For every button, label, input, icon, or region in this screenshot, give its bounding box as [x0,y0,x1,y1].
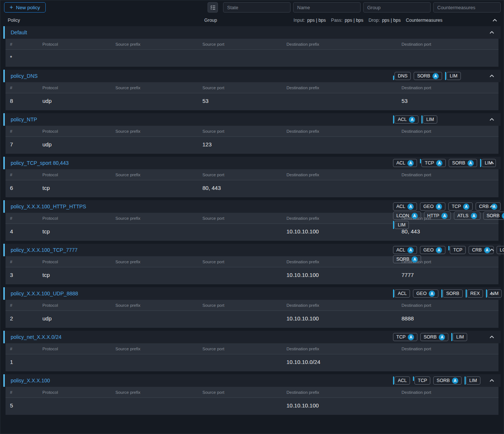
policy-name[interactable]: polisy_X.X.X.100 [11,378,50,383]
countermeasure-badge[interactable]: ATLSA [454,212,480,220]
rule-row[interactable]: 6tcp80, 443 [6,180,498,195]
rule-cell-dest_port: 53 [402,98,494,104]
policy-header[interactable]: policy_NTPACLALIM [3,113,501,126]
collapse-section-chevron-icon[interactable] [489,378,495,383]
policy-name[interactable]: policy_X.X.X.100_TCP_7777 [11,247,77,253]
badge-label: REX [470,291,480,296]
countermeasure-badge[interactable]: LIM [445,72,461,80]
policy-name[interactable]: policy_DNS [11,73,38,79]
collapse-section-chevron-icon[interactable] [489,247,495,253]
countermeasure-badge[interactable]: SORBA [393,255,421,263]
pass-units: pps | bps [345,18,364,23]
policy-name[interactable]: policy_X.X.X.100_UDP_8888 [11,291,78,296]
rule-row[interactable]: 3tcp10.10.10.1007777 [6,267,498,282]
countermeasure-badge[interactable]: LIM [465,376,480,385]
rule-row[interactable]: * [6,50,498,65]
countermeasure-badge[interactable]: TCPA [448,202,473,211]
policy-header[interactable]: policy_net_X.X.X.0/24TCPASORBALIM [3,331,501,343]
collapse-section-chevron-icon[interactable] [489,117,495,122]
countermeasure-badge[interactable]: TCP [413,376,430,385]
rule-cell-protocol: tcp [42,185,115,191]
collapse-section-chevron-icon[interactable] [489,334,495,340]
policy-header[interactable]: policy_TCP_sport 80,443ACLATCPASORBALIM [3,157,501,169]
countermeasure-badge[interactable]: SORBA [449,159,477,167]
policy-header[interactable]: policy_X.X.X.100_UDP_8888ACLGEOASORBREXL… [3,287,501,300]
rule-cell-protocol: udp [42,315,115,322]
badge-label: CRB [472,247,482,253]
rule-cell-num: * [10,54,42,60]
new-policy-button[interactable]: + New policy [4,2,46,13]
badge-state-bar [465,376,466,385]
active-accent-bar [3,113,5,126]
collapse-all-chevron-icon[interactable] [492,17,498,23]
policy-name[interactable]: policy_NTP [11,117,37,122]
countermeasure-badge[interactable]: LCONA [497,246,504,254]
countermeasure-badge[interactable]: LIM [393,221,409,229]
active-accent-bar [3,331,5,343]
rule-cell-dest_prefix: 10.10.10.100 [286,228,402,235]
group-filter-input[interactable] [363,2,431,13]
countermeasure-badge[interactable]: REX [466,289,483,298]
countermeasure-badge[interactable]: HTTPA [424,212,451,220]
auto-mode-icon: A [436,247,442,253]
countermeasure-badge[interactable]: GEOA [413,289,438,298]
countermeasure-badge[interactable]: SORBA [420,333,448,341]
policy-name[interactable]: policy_net_X.X.X.0/24 [11,334,62,340]
collapse-section-chevron-icon[interactable] [489,160,495,166]
state-filter-input[interactable] [223,2,291,13]
countermeasure-badge[interactable]: ACLA [393,246,417,254]
rule-row[interactable]: 8udp5353 [6,93,498,108]
rule-row[interactable]: 7udp123 [6,137,498,152]
collapse-section-chevron-icon[interactable] [489,291,495,296]
countermeasure-badge[interactable]: CRBA [476,202,500,211]
countermeasures-filter-input[interactable] [433,2,501,13]
countermeasure-badge[interactable]: TCPA [420,159,446,167]
column-header: Source port [202,173,286,177]
countermeasure-badge[interactable]: DNS [393,72,411,80]
countermeasure-badge[interactable]: GEOA [420,246,445,254]
policy-name[interactable]: Default [11,29,27,35]
collapse-section-chevron-icon[interactable] [489,29,495,35]
countermeasure-badge[interactable]: LCONA [393,212,421,220]
countermeasure-badge[interactable]: TCPA [393,333,417,341]
policy-header[interactable]: policy_DNSDNSSORBALIM [3,70,501,82]
active-accent-bar [3,287,5,300]
collapse-section-chevron-icon[interactable] [489,73,495,79]
countermeasure-badge[interactable]: SORB [441,289,462,298]
policy-header[interactable]: policy_X.X.X.100_TCP_7777ACLAGEOATCPCRBA… [3,244,501,256]
policy-header[interactable]: polisy_X.X.X.100ACLTCPSORBALIM [3,374,501,387]
countermeasure-badge[interactable]: GEOA [420,202,445,211]
countermeasure-badge[interactable]: SORBA [433,376,461,385]
policy-rules-table: #ProtocolSource prefixSource portDestina… [6,169,498,197]
rule-row[interactable]: 110.10.10.0/24 [6,354,498,369]
countermeasure-badge[interactable]: ACLA [393,159,417,167]
column-header: Source prefix [115,390,202,395]
rule-cell-dest_port: 80, 443 [402,228,494,235]
filter-list-button[interactable] [208,2,218,13]
policy-header[interactable]: policy_X.X.X.100_HTTP_HTTPSACLAGEOATCPAC… [3,200,501,213]
rule-row[interactable]: 510.10.10.100 [6,398,498,413]
column-header: Destination prefix [286,303,402,308]
countermeasure-badge[interactable]: LIM [421,115,437,124]
policy-name[interactable]: policy_X.X.X.100_HTTP_HTTPS [11,204,86,209]
input-units: pps | bps [307,18,326,23]
policy-header[interactable]: Default [3,26,501,39]
list-header: Policy Group Input: pps | bps Pass: pps … [0,14,504,26]
badge-label: SORB [417,73,430,79]
rule-cell-num: 1 [10,359,42,365]
countermeasure-badge[interactable]: ACLA [393,202,417,211]
policy-name[interactable]: policy_TCP_sport 80,443 [11,160,69,166]
countermeasure-badge[interactable]: ACLA [393,115,418,124]
active-accent-bar [3,70,5,82]
countermeasure-badge[interactable]: LIM [451,333,467,341]
name-filter-input[interactable] [293,2,361,13]
countermeasure-badge[interactable]: SORBA [414,72,442,80]
countermeasure-badge[interactable]: SORBA [483,212,504,220]
collapse-section-chevron-icon[interactable] [489,204,495,209]
rule-row[interactable]: 2udp10.10.10.1008888 [6,311,498,326]
badge-label: ACL [396,247,405,253]
rule-cell-num: 7 [10,141,42,147]
countermeasure-badge[interactable]: ACL [393,289,410,298]
countermeasure-badge[interactable]: ACL [393,376,410,385]
countermeasure-badge[interactable]: TCP [448,246,466,254]
